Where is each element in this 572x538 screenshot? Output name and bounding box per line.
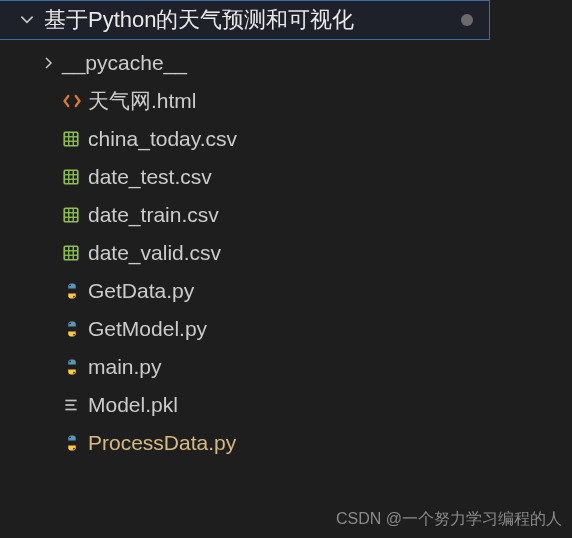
file-explorer: 基于Python的天气预测和可视化 __pycache__天气网.htmlchi… [0, 0, 490, 538]
svg-point-24 [69, 361, 71, 363]
watermark-text: CSDN @一个努力学习编程的人 [336, 509, 562, 530]
file-item[interactable]: date_test.csv [0, 158, 490, 196]
file-item[interactable]: date_valid.csv [0, 234, 490, 272]
file-name: 天气网.html [88, 87, 197, 115]
root-folder-label: 基于Python的天气预测和可视化 [44, 5, 355, 35]
python-icon [62, 319, 88, 339]
csv-icon [62, 206, 88, 224]
file-name: ProcessData.py [88, 431, 236, 455]
svg-point-22 [69, 323, 71, 325]
chevron-right-icon [40, 55, 56, 71]
root-folder-header[interactable]: 基于Python的天气预测和可视化 [0, 0, 490, 40]
file-name: main.py [88, 355, 162, 379]
file-name: date_test.csv [88, 165, 212, 189]
file-item[interactable]: GetData.py [0, 272, 490, 310]
svg-rect-5 [64, 170, 78, 184]
folder-item[interactable]: __pycache__ [0, 44, 490, 82]
file-name: GetModel.py [88, 317, 207, 341]
svg-rect-10 [64, 208, 78, 222]
chevron-down-icon [18, 11, 36, 29]
svg-point-30 [73, 448, 75, 450]
file-item[interactable]: main.py [0, 348, 490, 386]
folder-name: __pycache__ [62, 51, 187, 75]
csv-icon [62, 130, 88, 148]
modified-indicator-icon [461, 14, 473, 26]
svg-point-25 [73, 372, 75, 374]
svg-point-21 [73, 296, 75, 298]
svg-rect-0 [64, 132, 78, 146]
svg-point-23 [73, 334, 75, 336]
python-icon [62, 433, 88, 453]
file-tree: __pycache__天气网.htmlchina_today.csvdate_t… [0, 40, 490, 462]
file-name: date_valid.csv [88, 241, 221, 265]
python-icon [62, 281, 88, 301]
file-name: GetData.py [88, 279, 194, 303]
file-item[interactable]: GetModel.py [0, 310, 490, 348]
file-name: date_train.csv [88, 203, 219, 227]
file-item[interactable]: china_today.csv [0, 120, 490, 158]
csv-icon [62, 168, 88, 186]
text-icon [62, 396, 88, 414]
file-name: china_today.csv [88, 127, 237, 151]
file-item[interactable]: Model.pkl [0, 386, 490, 424]
svg-point-20 [69, 285, 71, 287]
svg-rect-15 [64, 246, 78, 260]
csv-icon [62, 244, 88, 262]
html-icon [62, 91, 88, 111]
svg-point-29 [69, 437, 71, 439]
file-item[interactable]: ProcessData.py [0, 424, 490, 462]
file-name: Model.pkl [88, 393, 178, 417]
python-icon [62, 357, 88, 377]
file-item[interactable]: date_train.csv [0, 196, 490, 234]
file-item[interactable]: 天气网.html [0, 82, 490, 120]
